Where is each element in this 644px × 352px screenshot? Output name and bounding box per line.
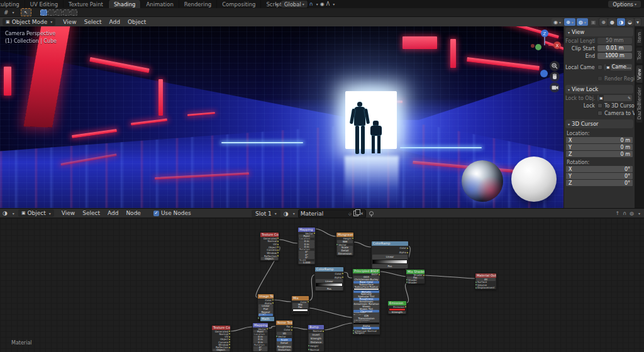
node-row[interactable]: Displacement: [475, 287, 496, 290]
zoom-button[interactable]: [550, 61, 560, 71]
visibility-dropdown[interactable]: ◉▾: [552, 18, 563, 26]
pin-icon[interactable]: [369, 211, 374, 216]
node-mapping-2[interactable]: MappingVectorPointLocation0 m0 m0 mRotat…: [252, 322, 269, 352]
parent-node-tree-icon[interactable]: ↑: [615, 211, 619, 216]
pan-hand-button[interactable]: [550, 72, 560, 82]
node-header[interactable]: ColorRamp: [315, 267, 343, 272]
chevron-down-icon[interactable]: ▾: [638, 211, 640, 216]
falloff-curve-icon[interactable]: Λ: [326, 1, 330, 7]
workspace-tab-sculpting[interactable]: Sculpting: [0, 0, 25, 8]
shading-solid-icon[interactable]: ●: [608, 18, 616, 26]
eyedropper-icon[interactable]: ✎: [628, 95, 631, 101]
camera-to-view-checkbox[interactable]: [597, 111, 602, 116]
3d-cursor-panel-header[interactable]: ▾ 3D Cursor: [565, 119, 633, 128]
node-emission[interactable]: EmissionEmissionStrength: [387, 300, 407, 314]
shader-menu-node[interactable]: Node: [122, 210, 145, 216]
cursor-location-row[interactable]: Y0 m: [566, 144, 633, 150]
node-header[interactable]: Bump: [308, 325, 324, 329]
node-row[interactable]: Linear: [372, 255, 408, 259]
camera-view-button[interactable]: [550, 82, 560, 92]
chevron-down-icon[interactable]: ▾: [316, 2, 318, 6]
new-material-copy-icon[interactable]: [353, 211, 358, 216]
node-header[interactable]: Emission: [388, 301, 406, 305]
node-row[interactable]: Invert: [309, 333, 323, 337]
node-header[interactable]: Math: [260, 317, 274, 321]
viewport-menu-object[interactable]: Object: [124, 19, 150, 25]
workspace-tab-animation[interactable]: Animation: [141, 0, 179, 8]
chevron-down-icon[interactable]: ▾: [13, 211, 14, 216]
node-tex-coordinate-2[interactable]: Texture CoordinateGeneratedNormalUVObjec…: [211, 325, 231, 352]
node-header[interactable]: Mix Shader: [406, 270, 425, 274]
sidebar-tab-item[interactable]: Item: [636, 29, 643, 46]
node-row[interactable]: Distortion: [277, 348, 292, 351]
use-nodes-toggle[interactable]: ✓ Use Nodes: [153, 210, 191, 216]
node-noise-texture[interactable]: Noise TextureFacColor3DVectorScaleDetail…: [275, 320, 293, 352]
node-header[interactable]: Image Texture: [258, 294, 274, 299]
mode-dropdown[interactable]: ▣ Object Mode ▾: [3, 18, 55, 26]
node-row[interactable]: Strength: [389, 311, 406, 314]
chevron-down-icon[interactable]: ▾: [293, 211, 295, 216]
workspace-tab-texture-paint[interactable]: Texture Paint: [64, 0, 109, 8]
render-region-checkbox[interactable]: [597, 76, 602, 81]
node-row[interactable]: Anisotropic: [353, 300, 379, 303]
cursor-rotation-row[interactable]: Z0°: [566, 180, 633, 186]
node-row[interactable]: Tangent: [353, 332, 380, 334]
chevron-down-icon[interactable]: ▾: [13, 10, 14, 14]
view-panel-header[interactable]: ▾ View: [565, 28, 633, 36]
snap-magnet-icon[interactable]: ∩: [309, 1, 313, 7]
overlays-dropdown-icon[interactable]: ◍: [630, 211, 634, 216]
workspace-tab-uv-editing[interactable]: UV Editing: [25, 0, 64, 8]
xray-toggle[interactable]: ▣: [589, 18, 598, 26]
snap-magnet-icon[interactable]: ∩: [623, 211, 626, 216]
active-tool-select-box[interactable]: ↖: [21, 8, 31, 16]
node-row[interactable]: Alpha: [372, 250, 408, 255]
sidebar-tab-view[interactable]: View: [636, 65, 643, 83]
focal-length-field[interactable]: 50 mm: [597, 38, 632, 44]
unlink-icon[interactable]: ✕: [360, 211, 364, 216]
shader-node-editor[interactable]: Material Texture CoordinateGeneratedNorm…: [0, 218, 644, 352]
node-header[interactable]: Mapping: [253, 323, 268, 327]
node-row[interactable]: Color: [372, 246, 408, 250]
node-color-ramp-2[interactable]: ColorRampColorAlphaLinearPos: [314, 267, 344, 291]
node-material-output[interactable]: Material OutputAllSurfaceVolumeDisplacem…: [475, 273, 497, 290]
viewport-menu-view[interactable]: View: [59, 19, 80, 25]
node-row[interactable]: [292, 309, 308, 311]
node-row[interactable]: [292, 312, 308, 314]
material-slot-dropdown[interactable]: Slot 1 ▾: [252, 210, 280, 217]
cursor-rotation-row[interactable]: X0°: [566, 166, 633, 172]
node-bump[interactable]: BumpNormalInvertStrengthDistanceHeightNo…: [308, 324, 325, 352]
select-mode-extend[interactable]: [48, 9, 55, 16]
node-row[interactable]: Normal: [308, 329, 324, 333]
node-row[interactable]: Pos: [316, 287, 343, 290]
lock-to-3d-cursor-checkbox[interactable]: [597, 103, 602, 108]
shading-wireframe-icon[interactable]: ⊕: [599, 18, 608, 26]
3d-viewport[interactable]: Camera Perspective (1) Collection | Cube…: [0, 26, 644, 208]
node-row[interactable]: Color: [276, 328, 292, 331]
shading-material-preview-icon[interactable]: ◑: [617, 18, 625, 26]
options-dropdown[interactable]: Options ▾: [608, 1, 641, 8]
workspace-tab-compositing[interactable]: Compositing: [217, 0, 261, 8]
node-header[interactable]: ColorRamp: [372, 241, 408, 246]
node-header[interactable]: Musgrave Texture: [336, 233, 353, 237]
node-color-ramp-1[interactable]: ColorRampColorAlphaLinearPos: [371, 241, 409, 269]
node-header[interactable]: Mapping: [298, 228, 315, 232]
node-row[interactable]: Transmission Roughness: [353, 320, 379, 322]
select-mode-invert[interactable]: [63, 9, 70, 16]
node-header[interactable]: Noise Texture: [276, 321, 292, 325]
material-browse-icon[interactable]: ◑: [284, 211, 289, 217]
cursor-location-row[interactable]: Z0 m: [566, 151, 633, 157]
select-mode-subtract[interactable]: [55, 9, 62, 16]
viewport-menu-add[interactable]: Add: [105, 19, 123, 25]
cursor-location-row[interactable]: X0 m: [566, 137, 633, 143]
shading-dropdown[interactable]: ▾: [635, 18, 641, 26]
node-row[interactable]: Pos: [372, 264, 408, 268]
node-row[interactable]: 1.000: [299, 261, 314, 264]
local-camera-field[interactable]: ▣ Came... ✕: [604, 64, 632, 70]
gizmos-dropdown[interactable]: ⊕▾: [564, 18, 575, 26]
node-tex-coordinate-1[interactable]: Texture CoordinateGeneratedNormalUVObjec…: [260, 232, 279, 261]
node-row[interactable]: Object:: [261, 257, 278, 260]
node-row[interactable]: Dimension: [337, 252, 353, 255]
node-row[interactable]: Base Color: [353, 281, 379, 283]
node-row[interactable]: Normal: [308, 348, 324, 351]
clip-end-field[interactable]: 1000 m: [597, 53, 632, 59]
